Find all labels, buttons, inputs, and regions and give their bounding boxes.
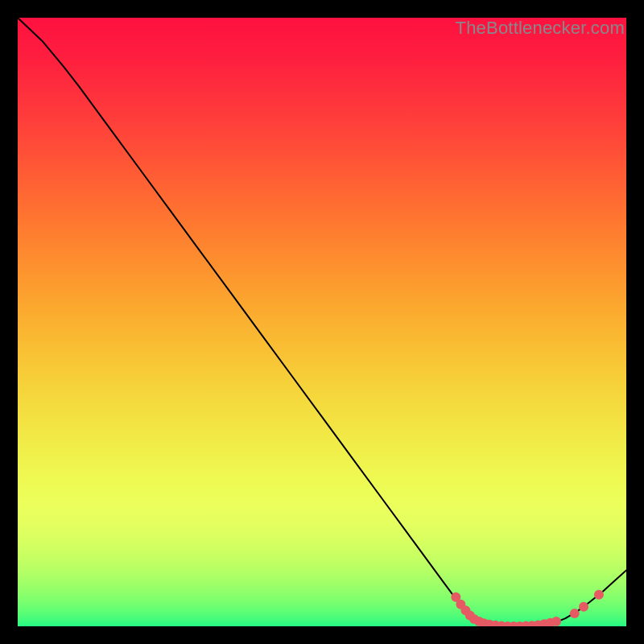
gradient-background (18, 18, 626, 626)
curve-marker (570, 609, 580, 618)
bottleneck-chart (18, 18, 626, 626)
chart-frame: TheBottlenecker.com (18, 18, 626, 626)
curve-marker (551, 617, 561, 626)
curve-marker (594, 590, 604, 600)
watermark-text: TheBottlenecker.com (456, 18, 625, 39)
curve-marker (579, 602, 588, 612)
